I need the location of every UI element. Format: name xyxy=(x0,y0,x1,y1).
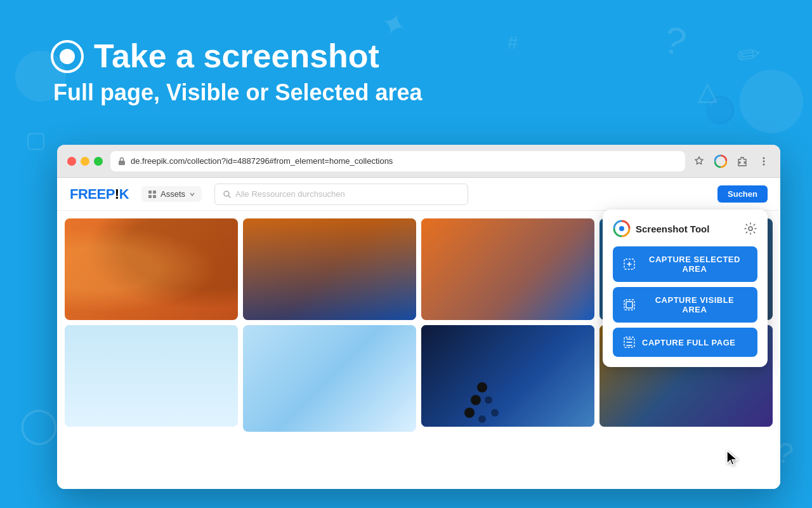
settings-icon[interactable] xyxy=(743,222,757,236)
svg-point-1 xyxy=(60,49,75,64)
freepik-page: FREEP!K Assets Alle Ressourcen d xyxy=(57,178,780,489)
deco-question-1: ? xyxy=(658,17,690,65)
deco-pencil: ✏ xyxy=(735,36,764,74)
extensions-icon[interactable] xyxy=(736,155,749,168)
capture-full-page-button[interactable]: CAPTURE FULL PAGE xyxy=(613,328,757,357)
grid-image-5[interactable] xyxy=(65,325,238,427)
popup-title-row: Screenshot Tool xyxy=(613,220,709,237)
grid-image-3[interactable] xyxy=(421,218,594,320)
capture-visible-icon xyxy=(623,298,636,311)
svg-point-4 xyxy=(763,157,765,159)
capture-visible-button[interactable]: CAPTURE VISIBLE AREA xyxy=(613,287,757,323)
svg-rect-9 xyxy=(148,195,152,198)
svg-point-21 xyxy=(749,227,752,231)
screenshot-popup: Screenshot Tool CAPTURE SELECTED AREA xyxy=(603,210,768,367)
capture-full-label: CAPTURE FULL PAGE xyxy=(642,338,735,347)
dot-close[interactable] xyxy=(67,157,76,166)
svg-point-5 xyxy=(763,160,765,162)
grid-image-2[interactable] xyxy=(243,218,416,320)
svg-rect-10 xyxy=(153,195,156,198)
browser-actions xyxy=(693,155,770,168)
capture-full-icon xyxy=(623,336,636,349)
nav-right: Suchen xyxy=(717,185,768,203)
search-bar[interactable]: Alle Ressourcen durchsuchen xyxy=(214,184,468,205)
assets-icon xyxy=(148,190,157,199)
hero-subtitle: Full page, Visible or Selected area xyxy=(53,79,422,106)
hero-title: Take a screenshot xyxy=(51,38,422,74)
dot-minimize[interactable] xyxy=(81,157,89,166)
security-icon xyxy=(117,156,127,166)
search-icon xyxy=(223,190,232,199)
browser-dots xyxy=(67,157,103,166)
grid-image-6[interactable] xyxy=(243,325,416,432)
assets-chevron-icon xyxy=(189,191,195,197)
svg-rect-2 xyxy=(119,161,125,165)
browser-chrome: de.freepik.com/collection?id=4887296#fro… xyxy=(57,145,780,178)
svg-rect-24 xyxy=(626,302,632,308)
deco-hashtag: # xyxy=(508,32,518,53)
browser-menu-icon[interactable] xyxy=(757,155,770,168)
svg-rect-7 xyxy=(148,190,152,194)
grid-image-1[interactable] xyxy=(65,218,238,320)
popup-header: Screenshot Tool xyxy=(613,220,757,237)
grid-image-7[interactable] xyxy=(421,325,594,427)
freepik-nav: FREEP!K Assets Alle Ressourcen d xyxy=(57,178,780,211)
svg-point-11 xyxy=(224,191,229,196)
deco-triangle: △ xyxy=(698,76,717,105)
capture-selected-button[interactable]: CAPTURE SELECTED AREA xyxy=(613,246,757,282)
screenshot-tool-logo xyxy=(613,220,631,237)
hero-section: Take a screenshot Full page, Visible or … xyxy=(51,38,422,106)
svg-rect-8 xyxy=(153,190,156,194)
url-text: de.freepik.com/collection?id=4887296#fro… xyxy=(131,156,393,166)
capture-visible-label: CAPTURE VISIBLE AREA xyxy=(642,295,747,314)
url-bar[interactable]: de.freepik.com/collection?id=4887296#fro… xyxy=(110,151,685,171)
dot-maximize[interactable] xyxy=(94,157,103,166)
suchen-button[interactable]: Suchen xyxy=(717,185,768,203)
svg-point-20 xyxy=(619,226,624,231)
capture-selected-icon xyxy=(623,258,636,271)
freepik-logo: FREEP!K xyxy=(70,186,129,203)
svg-point-6 xyxy=(763,163,765,165)
record-circle-icon xyxy=(51,40,84,73)
deco-square: ▢ xyxy=(25,127,46,152)
nav-assets[interactable]: Assets xyxy=(141,186,202,202)
bookmark-icon[interactable] xyxy=(693,155,705,168)
deco-circle-2: ◯ xyxy=(17,402,60,446)
search-placeholder: Alle Ressourcen durchsuchen xyxy=(235,189,345,199)
assets-label: Assets xyxy=(160,189,185,199)
extension-icon-1[interactable] xyxy=(714,155,727,168)
browser-window: de.freepik.com/collection?id=4887296#fro… xyxy=(57,145,780,489)
capture-selected-label: CAPTURE SELECTED AREA xyxy=(642,255,747,274)
popup-title: Screenshot Tool xyxy=(636,224,709,234)
